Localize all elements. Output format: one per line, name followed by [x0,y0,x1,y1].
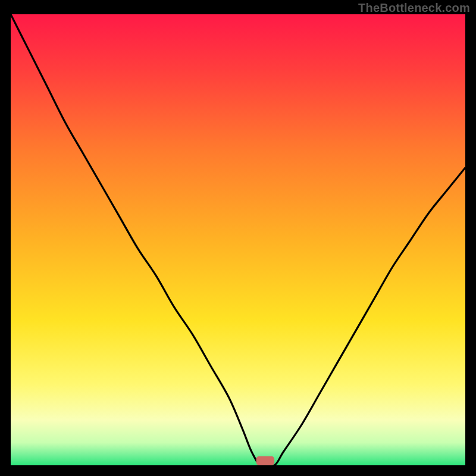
plot-area [11,14,465,465]
bottleneck-chart [11,14,465,465]
gradient-background [11,14,465,465]
optimum-marker [256,456,275,465]
watermark-text: TheBottleneck.com [358,1,470,15]
chart-frame: TheBottleneck.com [0,0,476,476]
